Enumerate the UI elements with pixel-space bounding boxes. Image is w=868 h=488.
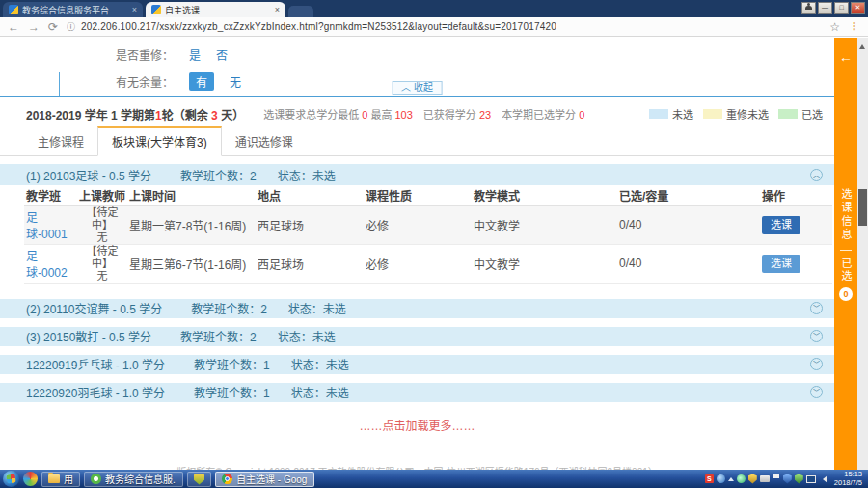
- chevron-down-icon[interactable]: ﹀: [810, 330, 823, 342]
- sogou-icon[interactable]: S: [705, 474, 714, 483]
- chrome-icon: [222, 474, 232, 484]
- capacity-cell: 0/40: [617, 244, 760, 283]
- legend-unselected: 未选: [649, 106, 693, 122]
- address-bar[interactable]: ⓘ 202.206.100.217/xsxk/zzxkyzb_cxZzxkYzb…: [67, 20, 821, 33]
- legend-label: 已选: [801, 106, 823, 122]
- col-mode: 教学模式: [472, 185, 617, 205]
- col-teacher: 上课教师: [77, 185, 127, 205]
- taskbar-item-security[interactable]: [187, 472, 211, 487]
- scroll-up-icon[interactable]: [859, 41, 865, 49]
- tab-close-icon[interactable]: ×: [275, 5, 280, 14]
- course-accordion-header[interactable]: (1) 20103足球 - 0.5 学分 教学班个数：2 状态：未选 ︿: [0, 164, 834, 185]
- chevron-down-icon[interactable]: ﹀: [810, 302, 823, 314]
- taskbar-item-chrome[interactable]: 自主选课 - Goog...: [215, 472, 314, 487]
- display-icon[interactable]: [806, 475, 816, 483]
- teacher-cell: 【待定中】无: [77, 244, 127, 283]
- side-panel-title[interactable]: 选课信息: [838, 188, 854, 242]
- legend-label: 重修未选: [726, 106, 769, 122]
- term-selected-label: 本学期已选学分: [502, 109, 579, 121]
- security-gold-shield-icon[interactable]: [748, 474, 757, 484]
- chevron-down-icon[interactable]: ﹀: [810, 358, 823, 370]
- capacity-option-available[interactable]: 有: [189, 72, 214, 91]
- credit-max: 103: [394, 109, 412, 121]
- security-blue-shield-icon[interactable]: [783, 474, 792, 484]
- select-course-button[interactable]: 选课: [762, 216, 800, 234]
- place-cell: 西足球场: [256, 244, 364, 283]
- start-button[interactable]: [3, 471, 19, 487]
- collapse-filters-button[interactable]: ︿ 收起: [392, 81, 443, 95]
- chevron-up-icon[interactable]: ︿: [810, 169, 823, 181]
- course-status: 状态：未选: [288, 300, 346, 316]
- scrollbar-thumb[interactable]: [858, 189, 867, 226]
- url-text[interactable]: 202.206.100.217/xsxk/zzxkyzb_cxZzxkYzbIn…: [81, 21, 556, 32]
- taskbar-clock[interactable]: 15:13 2018/7/5: [834, 471, 862, 487]
- legend-retake-unselected: 重修未选: [703, 106, 769, 122]
- back-icon[interactable]: ←: [8, 21, 19, 33]
- term-suffix: 天）: [218, 109, 244, 122]
- col-action: 操作: [760, 185, 832, 205]
- chevron-down-icon[interactable]: ﹀: [810, 386, 823, 398]
- action-center-flag-icon[interactable]: [773, 474, 780, 483]
- class-name-link[interactable]: 足球-0002: [26, 250, 68, 280]
- panel-bottom-border: [0, 96, 834, 97]
- maximize-button[interactable]: □: [834, 2, 849, 14]
- browser-tab-course-selection[interactable]: 自主选课 ×: [146, 2, 285, 17]
- tray-expand-icon[interactable]: [728, 474, 734, 481]
- course-status: 状态：未选: [291, 384, 349, 400]
- course-accordion-header[interactable]: (3) 20150散打 - 0.5 学分 教学班个数：2 状态：未选 ﹀: [0, 327, 834, 346]
- course-status: 状态：未选: [291, 356, 349, 372]
- page-info-icon[interactable]: ⓘ: [67, 20, 75, 33]
- forward-icon[interactable]: →: [28, 21, 40, 33]
- col-place: 地点: [256, 185, 364, 205]
- user-profile-button[interactable]: [801, 2, 816, 14]
- refresh-icon[interactable]: ⟳: [48, 21, 58, 33]
- page-scrollbar[interactable]: [857, 38, 868, 470]
- page-body: 是否重修： 是 否 有无余量： 有 无 ︿ 收起 2018-2019 学年 1 …: [0, 38, 868, 470]
- legend-swatch-retake: [703, 109, 722, 119]
- new-tab-button[interactable]: [288, 6, 313, 17]
- side-panel-divider: [840, 250, 852, 251]
- select-course-button[interactable]: 选课: [762, 255, 800, 273]
- network-globe-icon[interactable]: [717, 474, 725, 483]
- filter-panel: 是否重修： 是 否 有无余量： 有 无 ︿ 收起: [0, 38, 834, 97]
- volume-icon[interactable]: [819, 475, 827, 483]
- col-capacity: 已选/容量: [617, 185, 760, 205]
- course-accordion-header[interactable]: 12220919乒乓球 - 1.0 学分 教学班个数：1 状态：未选 ﹀: [0, 355, 834, 374]
- taskbar-item-browser[interactable]: 教务综合信息服...: [84, 472, 183, 487]
- class-table: 教学班 上课教师 上课时间 地点 课程性质 教学模式 已选/容量 操作 足球-0…: [24, 185, 832, 284]
- tab-title: 自主选课: [165, 4, 271, 16]
- tab-close-icon[interactable]: ×: [132, 5, 137, 14]
- window-controls: — □ ✕: [801, 2, 865, 14]
- tab-major-courses[interactable]: 主修课程: [24, 128, 97, 155]
- back-arrow-icon[interactable]: ←: [839, 49, 853, 65]
- status-legend: 未选 重修未选 已选: [649, 106, 823, 122]
- browser-tab-portal[interactable]: 教务综合信息服务平台 ×: [3, 2, 143, 17]
- course-accordion-header[interactable]: (2) 20110交谊舞 - 0.5 学分 教学班个数：2 状态：未选 ﹀: [0, 299, 834, 318]
- close-button[interactable]: ✕: [851, 2, 865, 14]
- browser-menu-icon[interactable]: ⋮: [849, 20, 860, 33]
- folder-icon: [48, 474, 60, 483]
- taskbar-item-folder[interactable]: 用: [41, 472, 80, 487]
- capacity-option-none[interactable]: 无: [230, 73, 241, 90]
- browser-toolbar: ← → ⟳ ⓘ 202.206.100.217/xsxk/zzxkyzb_cxZ…: [0, 17, 868, 37]
- selected-courses-label[interactable]: 已选: [838, 258, 854, 283]
- minimize-button[interactable]: —: [818, 2, 832, 14]
- antivirus-green-shield-icon[interactable]: [795, 474, 803, 484]
- course-accordion-header[interactable]: 12220920羽毛球 - 1.0 学分 教学班个数：1 状态：未选 ﹀: [0, 383, 834, 402]
- col-nature: 课程性质: [364, 185, 472, 205]
- panel-left-border: [59, 72, 60, 97]
- load-more-link[interactable]: ……点击加载更多……: [0, 417, 834, 433]
- tab-general-electives[interactable]: 通识选修课: [222, 128, 307, 155]
- printer-icon[interactable]: [760, 475, 770, 482]
- pinwheel-app-icon[interactable]: [23, 472, 38, 486]
- nature-cell: 必修: [364, 205, 472, 244]
- browser-tray-icon[interactable]: [737, 474, 746, 483]
- retake-option-yes[interactable]: 是: [189, 46, 201, 63]
- tab-block-courses[interactable]: 板块课(大学体育3): [97, 126, 222, 156]
- bookmark-star-icon[interactable]: ☆: [829, 20, 840, 34]
- course-title: 12220920羽毛球 - 1.0 学分: [26, 384, 165, 400]
- class-name-link[interactable]: 足球-0001: [26, 211, 68, 241]
- term-selected-credits: 0: [579, 109, 584, 121]
- retake-option-no[interactable]: 否: [216, 46, 228, 63]
- clock-date: 2018/7/5: [834, 479, 862, 488]
